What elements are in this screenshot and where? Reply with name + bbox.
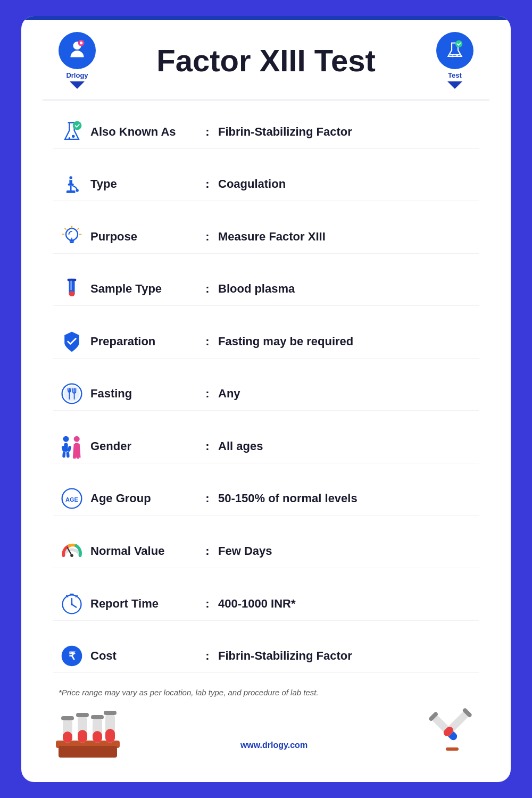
svg-line-22 bbox=[78, 228, 79, 229]
svg-rect-61 bbox=[61, 716, 74, 720]
svg-point-16 bbox=[76, 189, 79, 192]
also-known-as-value: Fibrin-Stabilizing Factor bbox=[218, 125, 352, 139]
normal-value-colon: : bbox=[197, 544, 218, 558]
svg-text:₹: ₹ bbox=[69, 650, 76, 662]
svg-point-15 bbox=[69, 176, 72, 180]
cost-colon: : bbox=[197, 649, 218, 663]
fasting-icon bbox=[53, 381, 90, 406]
purpose-colon: : bbox=[197, 230, 218, 244]
svg-point-47 bbox=[70, 554, 73, 558]
header: Drlogy Factor XIII Test Test bbox=[53, 16, 479, 99]
svg-rect-29 bbox=[70, 281, 72, 290]
gauge-icon bbox=[53, 539, 90, 563]
svg-rect-19 bbox=[70, 242, 73, 243]
microscope-icon bbox=[53, 172, 90, 196]
preparation-value: Fasting may be required bbox=[218, 335, 353, 348]
row-sample-type: Sample Type : Blood plasma bbox=[53, 272, 479, 306]
tube-rack-illustration bbox=[53, 702, 122, 761]
cross-tubes-illustration bbox=[426, 702, 479, 761]
logo-label: Drlogy bbox=[66, 71, 88, 79]
sample-type-colon: : bbox=[197, 282, 218, 296]
age-group-value: 50-150% of normal levels bbox=[218, 492, 358, 505]
svg-point-9 bbox=[73, 121, 82, 130]
report-time-colon: : bbox=[197, 597, 218, 611]
sample-type-value: Blood plasma bbox=[218, 282, 295, 296]
svg-rect-41 bbox=[75, 443, 79, 446]
svg-rect-69 bbox=[105, 729, 115, 743]
svg-rect-70 bbox=[104, 711, 117, 715]
also-known-as-colon: : bbox=[197, 125, 218, 139]
page-title: Factor XIII Test bbox=[101, 43, 431, 78]
test-badge: Test bbox=[431, 32, 479, 89]
svg-text:AGE: AGE bbox=[65, 496, 78, 503]
svg-rect-60 bbox=[63, 732, 72, 743]
rows-container: Also Known As : Fibrin-Stabilizing Facto… bbox=[53, 106, 479, 683]
bulb-icon bbox=[53, 225, 90, 249]
row-type: Type : Coagulation bbox=[53, 168, 479, 201]
type-colon: : bbox=[197, 177, 218, 191]
svg-rect-64 bbox=[76, 713, 89, 717]
footer-bottom: www.drlogy.com bbox=[53, 702, 479, 761]
row-normal-value: Normal Value : Few Days bbox=[53, 535, 479, 568]
test-label: Test bbox=[448, 71, 462, 79]
svg-rect-52 bbox=[70, 593, 73, 595]
svg-rect-42 bbox=[73, 455, 76, 459]
svg-point-8 bbox=[69, 137, 71, 139]
sample-type-label: Sample Type bbox=[90, 282, 197, 296]
type-label: Type bbox=[90, 177, 197, 191]
rupee-icon: ₹ bbox=[53, 644, 90, 668]
cost-label: Cost bbox=[90, 649, 197, 663]
svg-point-7 bbox=[72, 135, 75, 138]
svg-rect-3 bbox=[80, 41, 82, 44]
purpose-value: Measure Factor XIII bbox=[218, 230, 326, 244]
main-card: Drlogy Factor XIII Test Test bbox=[21, 16, 511, 782]
svg-rect-77 bbox=[446, 747, 459, 751]
svg-rect-39 bbox=[66, 452, 69, 458]
footer-url: www.drlogy.com bbox=[240, 741, 307, 761]
gender-colon: : bbox=[197, 439, 218, 453]
svg-point-4 bbox=[452, 55, 453, 57]
svg-rect-63 bbox=[78, 730, 87, 743]
logo-circle bbox=[59, 32, 96, 69]
shield-check-icon bbox=[53, 329, 90, 354]
gender-icon bbox=[53, 434, 90, 459]
svg-point-40 bbox=[74, 436, 80, 442]
svg-rect-18 bbox=[69, 240, 74, 242]
report-time-label: Report Time bbox=[90, 597, 197, 611]
fasting-value: Any bbox=[218, 387, 240, 401]
svg-rect-43 bbox=[77, 455, 79, 459]
header-divider bbox=[43, 99, 489, 101]
row-also-known-as: Also Known As : Fibrin-Stabilizing Facto… bbox=[53, 115, 479, 149]
report-time-value: 400-1000 INR* bbox=[218, 597, 296, 611]
row-gender: Gender : All ages bbox=[53, 430, 479, 463]
svg-point-5 bbox=[456, 55, 458, 56]
test-chevron bbox=[447, 81, 462, 89]
row-cost: ₹ Cost : Fibrin-Stabilizing Factor bbox=[53, 639, 479, 673]
row-fasting: Fasting : Any bbox=[53, 377, 479, 411]
row-preparation: Preparation : Fasting may be required bbox=[53, 325, 479, 359]
svg-rect-28 bbox=[68, 279, 77, 281]
age-group-colon: : bbox=[197, 492, 218, 505]
clock-icon bbox=[53, 592, 90, 616]
purpose-label: Purpose bbox=[90, 230, 197, 244]
preparation-colon: : bbox=[197, 335, 218, 348]
gender-value: All ages bbox=[218, 439, 263, 453]
preparation-label: Preparation bbox=[90, 335, 197, 348]
svg-point-6 bbox=[455, 40, 462, 47]
also-known-as-label: Also Known As bbox=[90, 125, 197, 139]
footer-note: *Price range may vary as per location, l… bbox=[53, 683, 479, 697]
age-group-label: Age Group bbox=[90, 492, 197, 505]
svg-rect-67 bbox=[91, 715, 104, 719]
svg-point-51 bbox=[71, 603, 73, 605]
logo-chevron bbox=[70, 81, 85, 89]
gender-label: Gender bbox=[90, 439, 197, 453]
svg-rect-66 bbox=[93, 731, 102, 743]
svg-line-21 bbox=[65, 228, 66, 229]
svg-rect-38 bbox=[62, 452, 65, 458]
test-circle bbox=[436, 32, 473, 69]
fasting-label: Fasting bbox=[90, 387, 197, 401]
svg-point-31 bbox=[64, 386, 79, 402]
row-purpose: Purpose : Measure Factor XIII bbox=[53, 220, 479, 254]
cost-value: Fibrin-Stabilizing Factor bbox=[218, 649, 352, 663]
flask-icon bbox=[53, 120, 90, 144]
